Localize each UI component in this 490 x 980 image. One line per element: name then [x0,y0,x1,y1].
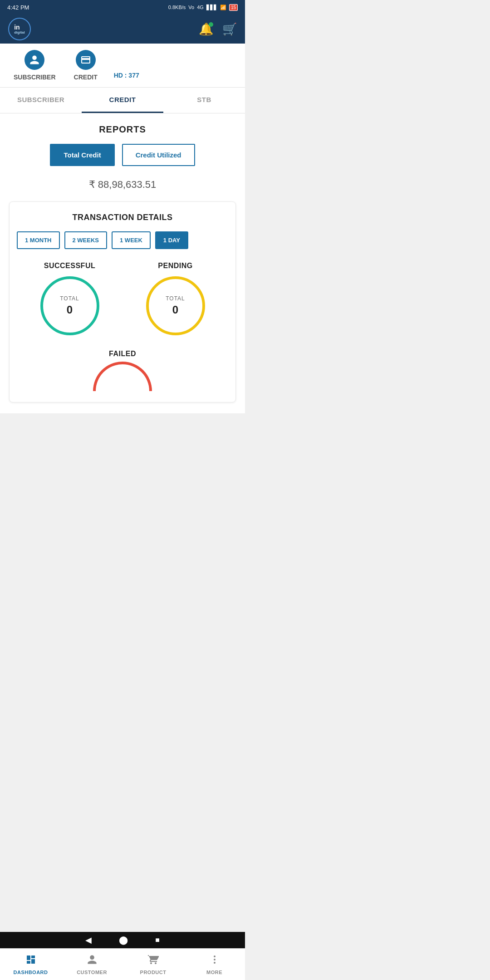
top-navigation: SUBSCRIBER CREDIT HD : 377 [0,44,245,88]
failed-section: FAILED [17,350,228,391]
notification-dot [209,22,213,27]
period-buttons: 1 MONTH 2 WEEKS 1 WEEK 1 DAY [17,231,228,249]
successful-value: 0 [67,304,73,316]
battery-indicator: 15 [229,4,238,11]
top-nav-subscriber[interactable]: SUBSCRIBER [5,44,65,87]
status-time: 4:42 PM [7,4,29,11]
total-amount: ₹ 88,98,633.51 [9,179,236,191]
subscriber-icon-circle [24,50,44,70]
tab-credit[interactable]: CREDIT [82,88,163,113]
status-right: 0.8KB/s Vo 4G ▋▋▋ 📶 15 [168,4,238,11]
network-speed: 0.8KB/s [168,5,186,10]
pending-value: 0 [172,304,178,316]
credit-utilized-button[interactable]: Credit Utilized [122,144,195,166]
failed-label: FAILED [109,350,136,358]
main-tabs: SUBSCRIBER CREDIT STB [0,88,245,113]
pending-circle-item: PENDING TOTAL 0 [146,262,205,335]
pending-inner-label: TOTAL [166,295,185,302]
top-nav-credit-label: CREDIT [74,74,98,81]
tab-stb[interactable]: STB [163,88,245,113]
hd-badge: HD : 377 [107,65,147,87]
pending-ring: TOTAL 0 [146,276,205,335]
cart-icon[interactable]: 🛒 [222,22,237,36]
tab-subscriber[interactable]: SUBSCRIBER [0,88,82,113]
credit-icon-circle [76,50,96,70]
subscriber-icon [29,54,40,65]
logo-text: in [14,24,25,30]
reports-title: REPORTS [9,124,236,135]
successful-ring: TOTAL 0 [40,276,99,335]
period-1day[interactable]: 1 DAY [155,231,188,249]
logo-sub: digital [14,30,25,34]
wifi-icon: 📶 [220,5,226,10]
top-nav-credit[interactable]: CREDIT [65,44,107,87]
header-icons: 🔔 🛒 [199,22,237,36]
sim2-indicator: 4G [197,5,204,10]
notification-bell[interactable]: 🔔 [199,22,213,36]
status-bar: 4:42 PM 0.8KB/s Vo 4G ▋▋▋ 📶 15 [0,0,245,15]
signal-icon: ▋▋▋ [206,5,217,10]
total-credit-button[interactable]: Total Credit [50,144,114,166]
successful-inner-label: TOTAL [60,295,79,302]
period-2weeks[interactable]: 2 WEEKS [64,231,108,249]
transaction-title: TRANSACTION DETAILS [17,213,228,222]
main-content: REPORTS Total Credit Credit Utilized ₹ 8… [0,113,245,413]
top-nav-subscriber-label: SUBSCRIBER [14,74,56,81]
failed-arc [93,362,152,391]
pending-label: PENDING [158,262,192,270]
successful-circle-item: SUCCESSFUL TOTAL 0 [40,262,99,335]
credit-icon [80,54,91,65]
app-logo: in digital [8,18,31,40]
successful-label: SUCCESSFUL [44,262,95,270]
app-header: in digital 🔔 🛒 [0,15,245,44]
report-buttons: Total Credit Credit Utilized [9,144,236,166]
transaction-circles: SUCCESSFUL TOTAL 0 PENDING TOTAL 0 [17,262,228,335]
period-1week[interactable]: 1 WEEK [112,231,151,249]
transaction-section: TRANSACTION DETAILS 1 MONTH 2 WEEKS 1 WE… [9,201,236,402]
sim1-indicator: Vo [188,5,194,10]
period-1month[interactable]: 1 MONTH [17,231,60,249]
